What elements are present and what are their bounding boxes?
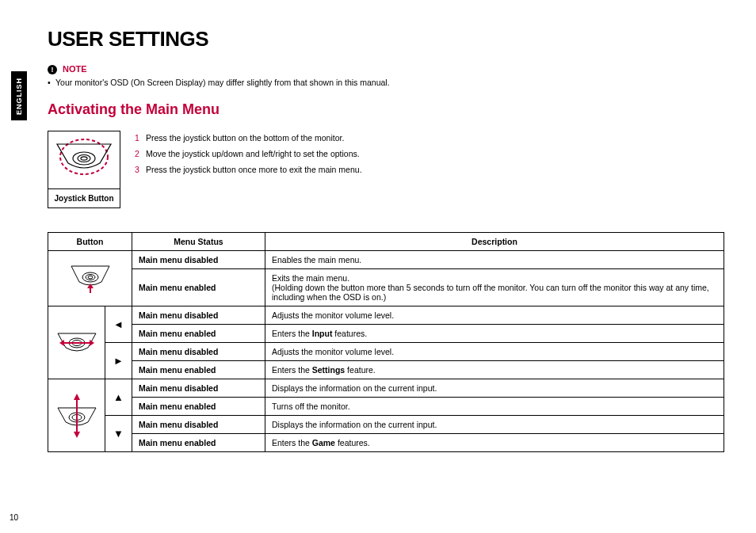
table-row: Enters the Game features. (265, 434, 724, 452)
svg-point-2 (78, 155, 90, 162)
language-tab: ENGLISH (11, 71, 27, 120)
arrow-right-icon: ► (105, 343, 132, 379)
button-table: Button Menu Status Description Main menu… (48, 232, 724, 452)
col-status: Menu Status (132, 233, 265, 251)
svg-point-3 (81, 157, 87, 160)
steps-list: 1Press the joystick button on the bottom… (135, 131, 362, 178)
table-row: Main menu enabled (132, 398, 265, 416)
step-2: Move the joystick up/down and left/right… (146, 149, 360, 158)
table-row: Adjusts the monitor volume level. (265, 306, 724, 325)
step-3: Press the joystick button once more to e… (146, 165, 362, 174)
table-row: Enables the main menu. (265, 251, 724, 269)
svg-point-6 (88, 276, 93, 279)
note-block: ! NOTE Your monitor's OSD (On Screen Dis… (48, 64, 724, 87)
table-row: Main menu disabled (132, 306, 265, 325)
button-leftright-icon (48, 306, 105, 379)
table-row: Turns off the monitor. (265, 398, 724, 416)
col-desc: Description (265, 233, 724, 251)
table-row: Main menu enabled (132, 325, 265, 343)
table-row: Displays the information on the current … (265, 379, 724, 398)
joystick-figure: Joystick Button (48, 131, 120, 208)
svg-marker-17 (74, 394, 80, 400)
note-icon: ! (48, 65, 57, 74)
svg-marker-8 (87, 284, 94, 288)
arrow-left-icon: ◄ (105, 306, 132, 343)
section-heading: Activating the Main Menu (48, 101, 724, 118)
table-row: Exits the main menu. (Holding down the b… (265, 269, 724, 306)
svg-marker-18 (74, 432, 80, 438)
table-row: Main menu disabled (132, 379, 265, 398)
svg-point-5 (86, 274, 95, 280)
button-updown-icon (48, 379, 105, 452)
table-row: Enters the Settings feature. (265, 361, 724, 379)
col-button: Button (48, 233, 132, 251)
table-row: Main menu disabled (132, 251, 265, 269)
svg-point-4 (82, 272, 98, 282)
table-row: Main menu enabled (132, 269, 265, 306)
arrow-up-icon: ▲ (105, 379, 132, 416)
page-number: 10 (10, 513, 18, 522)
step-1: Press the joystick button on the bottom … (146, 133, 344, 143)
arrow-down-icon: ▼ (105, 416, 132, 452)
table-row: Enters the Input features. (265, 325, 724, 343)
table-row: Displays the information on the current … (265, 416, 724, 434)
page-title: USER SETTINGS (48, 27, 724, 51)
note-label: NOTE (63, 64, 87, 74)
svg-point-1 (73, 152, 95, 165)
table-row: Main menu disabled (132, 416, 265, 434)
note-text: Your monitor's OSD (On Screen Display) m… (48, 78, 724, 87)
table-row: Main menu enabled (132, 361, 265, 379)
button-press-icon (48, 251, 132, 306)
joystick-caption: Joystick Button (48, 189, 120, 208)
joystick-icon (52, 136, 116, 184)
table-row: Adjusts the monitor volume level. (265, 343, 724, 361)
table-row: Main menu disabled (132, 343, 265, 361)
table-row: Main menu enabled (132, 434, 265, 452)
